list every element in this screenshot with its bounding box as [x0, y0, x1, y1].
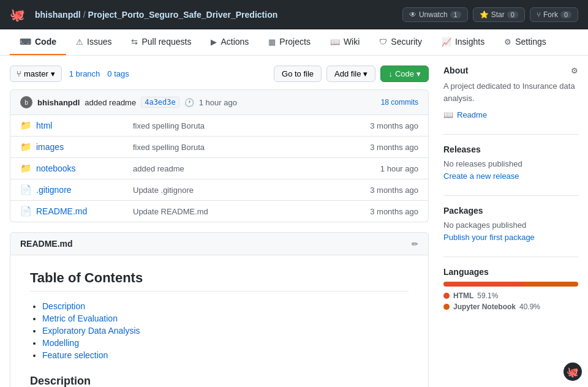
- releases-section: Releases No releases published Create a …: [443, 145, 578, 181]
- lang-bar-jupyter-notebook: [523, 282, 578, 287]
- toc-heading: Table of Contents: [30, 270, 409, 291]
- lang-bar-html: [443, 282, 523, 287]
- commit-hash[interactable]: 4a3ed3e: [141, 97, 179, 108]
- commits-count-link[interactable]: 18 commits: [381, 98, 418, 107]
- fork-button[interactable]: ⑂ Fork 0: [530, 7, 578, 22]
- lang-percent: 40.9%: [519, 302, 540, 311]
- issues-nav-label: Issues: [87, 37, 111, 47]
- tag-count-link[interactable]: 0 tags: [107, 69, 129, 78]
- branch-selector[interactable]: ⑂ master ▾: [10, 66, 62, 82]
- fork-count: 0: [560, 11, 571, 18]
- releases-heading-text: Releases: [443, 145, 481, 154]
- toc-list: DescriptionMetric of EvaluationExplorato…: [30, 301, 409, 360]
- file-commit-message: fixed spelling Boruta: [133, 143, 365, 152]
- breadcrumb: bhishanpdl / Project_Porto_Seguro_Safe_D…: [35, 10, 277, 20]
- repo-name-link[interactable]: Project_Porto_Seguro_Safe_Driver_Predict…: [88, 10, 278, 20]
- watch-button[interactable]: 👁 Unwatch 1: [402, 7, 468, 22]
- nav-item-pull-requests[interactable]: ⇆ Pull requests: [121, 29, 201, 55]
- commit-username[interactable]: bhishanpdl: [37, 98, 80, 107]
- goto-file-button[interactable]: Go to file: [274, 66, 322, 82]
- packages-heading: Packages: [443, 206, 578, 216]
- avatar: b: [20, 96, 32, 108]
- file-icon: 📄: [20, 206, 31, 217]
- toc-item-link[interactable]: Description: [42, 301, 85, 311]
- commits-count-label: 18 commits: [381, 98, 418, 107]
- file-commit-message: Update .gitignore: [133, 186, 365, 195]
- nav-item-security[interactable]: 🛡 Security: [369, 29, 432, 55]
- commit-bar: b bhishanpdl added readme 4a3ed3e 🕐 1 ho…: [10, 89, 429, 115]
- list-item: Modelling: [42, 338, 409, 348]
- file-actions: Go to file Add file ▾ ↓ Code ▾: [274, 66, 429, 82]
- nav-item-insights[interactable]: 📈 Insights: [432, 29, 494, 55]
- toc-item-link[interactable]: Modelling: [42, 338, 79, 348]
- chevron-down-icon: ▾: [417, 69, 421, 78]
- no-releases-text: No releases published: [443, 159, 578, 168]
- about-heading: About ⚙: [443, 66, 578, 75]
- github-watermark: 🐙: [564, 363, 582, 381]
- file-name-link[interactable]: html: [36, 121, 128, 130]
- file-name-link[interactable]: README.md: [36, 206, 128, 216]
- chevron-down-icon: ▾: [363, 69, 368, 78]
- security-nav-icon: 🛡: [379, 37, 387, 47]
- add-file-label: Add file: [334, 69, 361, 78]
- readme-body: Table of Contents DescriptionMetric of E…: [10, 255, 429, 387]
- languages-heading-text: Languages: [443, 267, 489, 277]
- lang-dot: [443, 293, 450, 299]
- readme-edit-button[interactable]: ✏: [412, 239, 418, 249]
- wiki-nav-icon: 📖: [330, 37, 340, 47]
- file-name-link[interactable]: .gitignore: [36, 185, 128, 195]
- publish-package-link[interactable]: Publish your first package: [443, 233, 535, 242]
- language-item: HTML 59.1%: [443, 291, 578, 300]
- toc-item-link[interactable]: Metric of Evaluation: [42, 314, 118, 323]
- lang-percent: 59.1%: [477, 291, 498, 300]
- no-packages-text: No packages published: [443, 220, 578, 230]
- lang-name: HTML: [453, 291, 473, 300]
- star-icon: ⭐: [480, 10, 489, 19]
- readme-header: README.md ✏: [10, 232, 429, 255]
- projects-nav-label: Projects: [279, 37, 311, 47]
- branch-count-link[interactable]: 1 branch: [69, 69, 100, 78]
- create-release-link[interactable]: Create a new release: [443, 171, 519, 181]
- owner-link[interactable]: bhishanpdl: [35, 10, 81, 20]
- watch-label: Unwatch: [419, 10, 448, 19]
- settings-nav-icon: ⚙: [504, 37, 511, 47]
- file-name-link[interactable]: notebooks: [36, 163, 128, 173]
- folder-icon: 📁: [20, 120, 31, 131]
- nav-item-projects[interactable]: ▦ Projects: [258, 29, 320, 55]
- wiki-nav-label: Wiki: [344, 37, 360, 47]
- book-icon: 📖: [443, 110, 453, 119]
- toc-item-link[interactable]: Feature selection: [42, 350, 108, 360]
- download-icon: ↓: [388, 69, 393, 78]
- insights-nav-label: Insights: [455, 37, 484, 47]
- nav-item-settings[interactable]: ⚙ Settings: [494, 29, 556, 55]
- projects-nav-icon: ▦: [268, 37, 276, 47]
- watch-count: 1: [450, 11, 461, 18]
- file-table: 📁 html fixed spelling Boruta 3 months ag…: [10, 115, 429, 222]
- file-name-link[interactable]: images: [36, 142, 128, 152]
- add-file-button[interactable]: Add file ▾: [326, 66, 375, 82]
- issues-nav-icon: ⚠: [76, 37, 83, 47]
- about-settings-button[interactable]: ⚙: [571, 66, 578, 75]
- code-button[interactable]: ↓ Code ▾: [380, 66, 429, 82]
- fork-icon: ⑂: [537, 10, 541, 19]
- readme-link[interactable]: 📖 Readme: [443, 110, 578, 119]
- nav-item-code[interactable]: ⌨ Code: [10, 29, 66, 55]
- table-row: 📁 html fixed spelling Boruta 3 months ag…: [10, 115, 428, 137]
- readme-title: README.md: [20, 239, 73, 249]
- star-button[interactable]: ⭐ Star 0: [473, 7, 525, 22]
- list-item: Exploratory Data Analysis: [42, 326, 409, 336]
- nav-item-wiki[interactable]: 📖 Wiki: [320, 29, 369, 55]
- table-row: 📁 images fixed spelling Boruta 3 months …: [10, 137, 428, 158]
- file-commit-message: added readme: [133, 164, 375, 173]
- commit-message: added readme: [85, 98, 136, 107]
- star-label: Star: [491, 10, 505, 19]
- file-time: 3 months ago: [370, 207, 418, 216]
- toc-item-link[interactable]: Exploratory Data Analysis: [42, 326, 140, 336]
- github-logo-icon: 🐙: [10, 7, 25, 22]
- lang-name: Jupyter Notebook: [453, 302, 516, 311]
- nav-item-actions[interactable]: ▶ Actions: [201, 29, 258, 55]
- nav-item-issues[interactable]: ⚠ Issues: [66, 29, 121, 55]
- branch-bar: ⑂ master ▾ 1 branch 0 tags Go to file Ad…: [10, 66, 429, 82]
- branch-name: master: [24, 69, 48, 78]
- file-time: 3 months ago: [370, 143, 418, 152]
